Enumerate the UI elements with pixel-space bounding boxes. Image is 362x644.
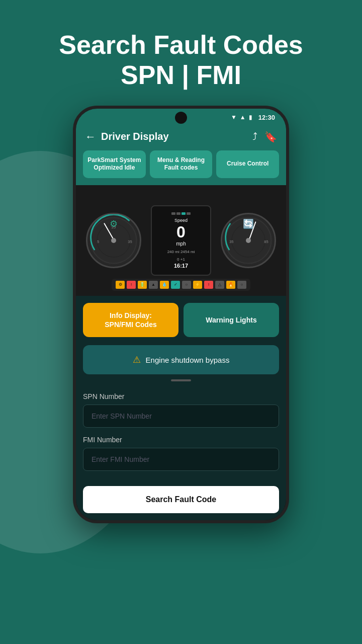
quick-btn-cruise[interactable]: Cruise Control — [216, 150, 279, 178]
speed-value: 0 — [176, 224, 186, 240]
camera-notch — [175, 112, 187, 124]
quick-actions: ParkSmart System Optimized Idle Menu & R… — [76, 150, 286, 185]
engine-warning-icon: ⚠ — [133, 354, 141, 365]
warning-icon-11: 🔥 — [226, 281, 235, 289]
phone-frame: ▼ ▲ ▮ 12:30 ← Driver Display ⤴ 🔖 ParkSma… — [73, 106, 289, 524]
engine-shutdown-row[interactable]: ⚠ Engine shutdown bypass — [83, 345, 279, 374]
warning-icon-6: ✓ — [171, 281, 180, 289]
left-gauge: 25 5 35 ⚙ — [86, 213, 141, 268]
page-title-line2: SPN | FMI — [121, 60, 241, 90]
wifi-icon: ▼ — [231, 114, 237, 121]
svg-text:35: 35 — [128, 239, 132, 244]
right-gauge: 55 35 85 🔄 — [221, 213, 276, 268]
right-gauge-dot — [246, 238, 251, 243]
dashboard-clock: 16:17 — [174, 263, 188, 269]
tab-warning-lights[interactable]: Warning Lights — [184, 303, 279, 337]
warning-icon-2: ! — [127, 281, 136, 289]
battery-icon: ▮ — [249, 114, 252, 121]
tab-warning-label: Warning Lights — [206, 316, 256, 324]
tab-row: Info Display: SPN/FMI Codes Warning Ligh… — [76, 296, 286, 342]
left-gauge-dot — [111, 238, 116, 243]
svg-text:35: 35 — [229, 239, 233, 244]
page-title-line1: Search Fault Codes — [59, 30, 303, 59]
page-header: Search Fault Codes SPN | FMI — [39, 0, 323, 106]
svg-text:5: 5 — [97, 239, 99, 244]
spn-label: SPN Number — [83, 392, 279, 400]
tab-info-label: Info Display: SPN/FMI Codes — [105, 311, 156, 329]
app-bar-title: Driver Display — [101, 131, 247, 142]
page-title: Search Fault Codes SPN | FMI — [59, 30, 303, 91]
spn-input[interactable] — [83, 405, 279, 428]
app-bar: ← Driver Display ⤴ 🔖 — [76, 124, 286, 150]
warning-icon-5: 💧 — [160, 281, 169, 289]
quick-btn-parksmart[interactable]: ParkSmart System Optimized Idle — [83, 150, 146, 178]
tab-info-display[interactable]: Info Display: SPN/FMI Codes — [83, 303, 178, 337]
center-display: Speed 0 mph 240 mi 2454 mi 0 +1 16:17 — [151, 205, 211, 276]
quick-btn-menu[interactable]: Menu & Reading Fault codes — [150, 150, 213, 178]
fmi-label: FMI Number — [83, 436, 279, 444]
warning-icon-7: ○ — [182, 281, 191, 289]
back-button[interactable]: ← — [85, 130, 96, 143]
left-gauge-indicator: ⚙ — [110, 218, 118, 229]
dashboard-area: 25 5 35 ⚙ — [76, 185, 286, 296]
warning-strip: ⚙ ! 🔋 ▲ 💧 ✓ ○ ⚡ ! △ 🔥 ○ — [112, 279, 250, 291]
drag-handle[interactable] — [171, 379, 191, 381]
warning-icon-10: △ — [215, 281, 224, 289]
warning-icon-12: ○ — [237, 281, 246, 289]
search-fault-code-button[interactable]: Search Fault Code — [83, 486, 279, 513]
warning-icon-4: ▲ — [149, 281, 158, 289]
bookmark-icon[interactable]: 🔖 — [264, 131, 277, 143]
status-time: 12:30 — [258, 114, 275, 121]
right-gauge-indicator: 🔄 — [243, 218, 254, 229]
warning-icon-9: ! — [204, 281, 213, 289]
phone-content: Info Display: SPN/FMI Codes Warning Ligh… — [76, 296, 286, 520]
mph-sub: 0 +1 — [177, 257, 185, 262]
speed-label: Speed — [174, 218, 188, 223]
signal-icon: ▲ — [240, 114, 246, 121]
warning-icon-8: ⚡ — [193, 281, 202, 289]
action-icons: ⤴ 🔖 — [252, 131, 277, 143]
speed-unit: mph — [176, 241, 186, 247]
share-icon[interactable]: ⤴ — [252, 131, 257, 143]
warning-icon-1: ⚙ — [116, 281, 125, 289]
svg-text:85: 85 — [264, 239, 268, 244]
status-bar: ▼ ▲ ▮ 12:30 — [76, 109, 286, 124]
odometer: 240 mi 2454 mi — [167, 250, 195, 254]
fmi-input[interactable] — [83, 448, 279, 471]
dashboard-bg: 25 5 35 ⚙ — [76, 185, 286, 296]
warning-icon-3: 🔋 — [138, 281, 147, 289]
form-section: SPN Number FMI Number — [76, 385, 286, 484]
gauges-container: 25 5 35 ⚙ — [76, 205, 286, 276]
engine-shutdown-label: Engine shutdown bypass — [146, 356, 230, 364]
